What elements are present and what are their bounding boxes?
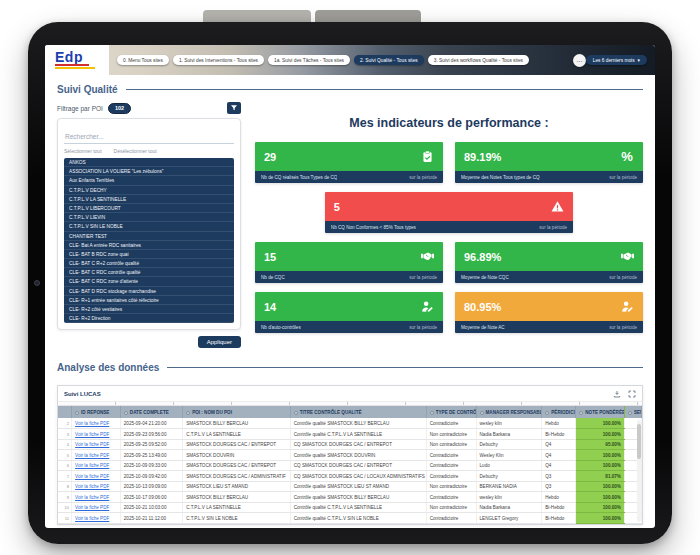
pdf-link[interactable]: Voir la fiche PDF — [75, 505, 109, 510]
note-cell: 100.00% — [576, 492, 625, 503]
nav-pill-4[interactable]: 2. Suivi Qualité - Tous sites — [354, 55, 424, 65]
pdf-link-cell: Voir la fiche PDF — [72, 492, 121, 503]
filter-item[interactable]: CLE- BAT C RDC contrôle qualité — [64, 268, 234, 277]
search-input[interactable] — [64, 132, 234, 144]
title-cell: Contrôle qualité SMASTOCK LIEU ST AMAND — [290, 481, 426, 492]
nav-pill-5[interactable]: 3. Suivi des workflows Qualité - Tous si… — [428, 55, 529, 65]
sort-icon[interactable] — [294, 411, 298, 415]
kpi-card: 80.95%Moyenne de Note ACsur la période — [455, 292, 643, 333]
nav-pill-3[interactable]: 1a. Suivi des Tâches - Tous sites — [268, 55, 350, 65]
row-number: 8 — [58, 481, 72, 492]
filter-item[interactable]: CLE- BAT C R+2 contrôle qualité — [64, 259, 234, 268]
title-cell: Contrôle qualité SMASTOCK BILLY BERCLAU — [290, 418, 426, 429]
sort-icon[interactable] — [124, 411, 128, 415]
pdf-link[interactable]: Voir la fiche PDF — [75, 442, 109, 447]
column-header[interactable]: SEUIL D'ACC — [624, 406, 641, 418]
filter-item[interactable]: C.T.P.L.V SIN LE NOBLE — [64, 222, 234, 231]
poi-cell: C.T.P.L.V SIN LE NOBLE — [183, 513, 291, 524]
filter-item[interactable]: CLE- Bat A entrée RDC sanitaires — [64, 241, 234, 250]
filter-item[interactable]: CLE- BAT D RDC stockage marchandise — [64, 287, 234, 296]
kpi-label: Nb de CQ réalisés Tous Types de CQ — [261, 175, 337, 180]
logo-yellow-bar — [55, 67, 95, 69]
filter-item[interactable]: CLE- BAT C RDC zone d'attente — [64, 277, 234, 286]
download-icon[interactable] — [613, 390, 621, 398]
filter-item[interactable]: CLE- R+2 côté vestiaires — [64, 305, 234, 314]
filter-item[interactable]: Aux Enfants Terribles — [64, 176, 234, 185]
sort-icon[interactable] — [75, 411, 79, 415]
periodicity-cell: Bi-Hebdo — [542, 513, 576, 524]
sort-icon[interactable] — [579, 411, 583, 415]
pdf-link[interactable]: Voir la fiche PDF — [75, 495, 109, 500]
date-cell: 2025-10-17 09:06:00 — [120, 492, 182, 503]
chevron-down-icon: ▾ — [638, 58, 640, 63]
periodicity-cell: Q3 — [542, 481, 576, 492]
pdf-link[interactable]: Voir la fiche PDF — [75, 474, 109, 479]
nav-more-button[interactable]: ⋯ — [573, 54, 586, 67]
column-header[interactable]: TYPE DE CONTRÔLE — [426, 406, 476, 418]
filter-item[interactable]: CLE- BAT B RDC zone quai — [64, 250, 234, 259]
pdf-link-cell: Voir la fiche PDF — [72, 418, 121, 429]
column-header[interactable]: MANAGER RESPONSABLE DU CONTRÔLE — [476, 406, 542, 418]
pdf-link[interactable]: Voir la fiche PDF — [75, 421, 109, 426]
pdf-link-cell: Voir la fiche PDF — [72, 439, 121, 450]
title-cell: Contrôle qualité SMASTOCK DOUVRIN — [290, 450, 426, 461]
section-divider — [126, 89, 643, 90]
kpi-card: 96.89%Moyenne de Note CQCsur la période — [455, 242, 643, 283]
manager-cell: Nadia Barkana — [476, 429, 542, 440]
pdf-link[interactable]: Voir la fiche PDF — [75, 432, 109, 437]
pdf-link[interactable]: Voir la fiche PDF — [75, 463, 109, 468]
type-cell: Non contradictoire — [426, 439, 476, 450]
filter-item[interactable]: CLE- R+2 Direction — [64, 314, 234, 323]
nav-pill-1[interactable]: 0. Menu Tous sites — [117, 55, 169, 65]
kpi-value: 80.95% — [464, 301, 501, 313]
filter-item[interactable]: CHANTIER TEST — [64, 232, 234, 241]
column-header[interactable]: DATE COMPLETE — [120, 406, 182, 418]
column-header[interactable]: PÉRIODICITÉ — [542, 406, 576, 418]
periodicity-cell: Q4 — [542, 450, 576, 461]
scrollbar-thumb[interactable] — [637, 424, 641, 459]
kpi-label: Nb de CQC — [261, 275, 285, 280]
filter-panel: Filtrage par POI 102 Sélectionner tout D… — [57, 102, 241, 348]
sort-icon[interactable] — [430, 411, 434, 415]
column-header[interactable]: POI : NOM DU POI — [183, 406, 291, 418]
filter-item[interactable]: ANKOS — [64, 158, 234, 167]
periodicity-cell: Bi-Hebdo — [542, 429, 576, 440]
sort-icon[interactable] — [628, 411, 632, 415]
kpi-footer: Moyenne de Note CQCsur la période — [455, 271, 643, 283]
filter-item[interactable]: CLE- R+1 entrée sanitaires côté réfectoi… — [64, 296, 234, 305]
deselect-all-link[interactable]: Désélectionner tout — [114, 148, 157, 154]
filter-item[interactable]: C.T.P.L.V DECHY — [64, 186, 234, 195]
type-cell: Contradictoire — [426, 450, 476, 461]
filter-item[interactable]: C.T.P.L.V LA SENTINELLE — [64, 195, 234, 204]
pdf-link[interactable]: Voir la fiche PDF — [75, 484, 109, 489]
filter-funnel-button[interactable] — [227, 102, 241, 114]
sort-icon[interactable] — [186, 411, 190, 415]
filter-item[interactable]: C.T.P.L.V LIEVIN — [64, 213, 234, 222]
apply-button[interactable]: Appliquer — [198, 336, 241, 348]
filter-item[interactable]: ASSOCIATION LA VOLIERE "Les zébulons" — [64, 167, 234, 176]
pdf-link[interactable]: Voir la fiche PDF — [75, 453, 109, 458]
column-header[interactable]: NOTE PONDÉRÉE (%) — [576, 406, 625, 418]
kpi-period-note: sur la période — [409, 175, 437, 180]
select-all-link[interactable]: Sélectionner tout — [64, 148, 102, 154]
type-cell: Contradictoire — [426, 418, 476, 429]
kpi-period-note: sur la période — [539, 225, 567, 230]
row-number-header — [58, 406, 72, 418]
row-number: 11 — [58, 513, 72, 524]
kpi-footer: Nb CQ Non Conformes < 85% Tous typessur … — [325, 221, 573, 233]
pdf-link[interactable]: Voir la fiche PDF — [75, 516, 109, 521]
column-header[interactable]: TITRE CONTRÔLE QUALITÉ — [290, 406, 426, 418]
nav-pill-2[interactable]: 1. Suivi des Interventions - Tous sites — [173, 55, 264, 65]
column-header[interactable]: ID REPONSE — [72, 406, 121, 418]
kpi-row: 15Nb de CQCsur la période96.89%Moyenne d… — [255, 242, 643, 283]
table-row: 6Voir la fiche PDF2025-10-09 09:33:00SMA… — [58, 460, 642, 471]
sort-icon[interactable] — [480, 411, 484, 415]
filter-item[interactable]: C.T.P.L.V LIBERCOURT — [64, 204, 234, 213]
app-logo[interactable]: Edp — [45, 45, 109, 75]
vertical-scrollbar[interactable] — [637, 420, 641, 522]
expand-icon[interactable] — [628, 390, 636, 398]
sort-icon[interactable] — [545, 411, 549, 415]
kpi-footer: Nb de CQ réalisés Tous Types de CQsur la… — [255, 171, 443, 183]
period-selector[interactable]: Les 6 derniers mois ▾ — [586, 55, 647, 65]
filter-label: Filtrage par POI — [57, 105, 103, 112]
